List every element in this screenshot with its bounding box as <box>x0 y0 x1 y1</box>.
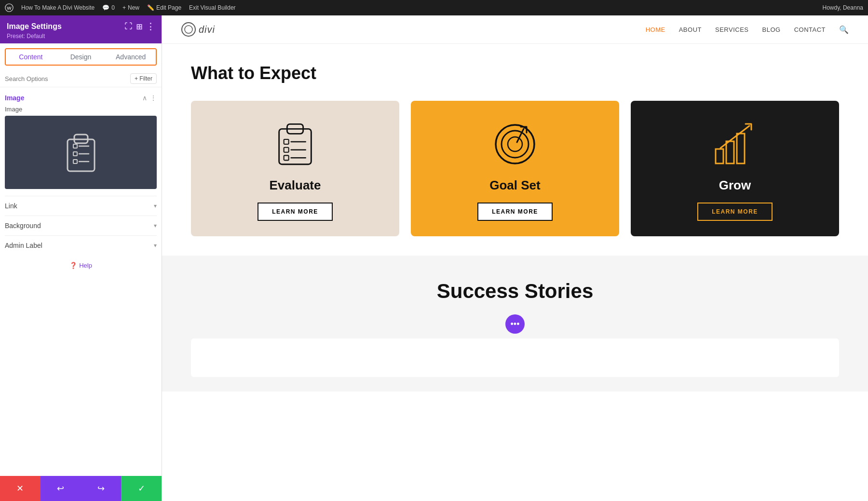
admin-greeting: Howdy, Deanna <box>823 4 864 11</box>
panel-tabs: Content Design Advanced <box>5 48 157 66</box>
svg-point-21 <box>508 137 522 151</box>
background-label: Background <box>5 222 41 230</box>
link-section[interactable]: Link ▾ <box>5 196 157 216</box>
fullscreen-icon[interactable]: ⛶ <box>124 22 132 31</box>
tab-design[interactable]: Design <box>56 49 106 65</box>
admin-bar: W How To Make A Divi Website 💬 0 + New ✏… <box>0 0 868 15</box>
panel-title-text: Image Settings <box>7 22 62 31</box>
tab-advanced[interactable]: Advanced <box>106 49 156 65</box>
image-preview[interactable] <box>5 116 157 189</box>
image-section-icons: ∧ ⋮ <box>142 94 157 102</box>
admin-exit-builder[interactable]: Exit Visual Builder <box>189 4 236 11</box>
image-section-header: Image ∧ ⋮ <box>5 94 157 102</box>
split-icon[interactable]: ⊞ <box>136 22 142 31</box>
svg-rect-23 <box>716 149 723 163</box>
content-area: divi HOME ABOUT SERVICES BLOG CONTACT 🔍 … <box>162 15 868 501</box>
image-field-label: Image <box>5 106 157 113</box>
panel-preset: Preset: Default <box>7 33 155 40</box>
logo-text: divi <box>199 24 215 35</box>
svg-rect-6 <box>73 152 77 156</box>
more-icon[interactable]: ⋮ <box>146 21 155 32</box>
search-input[interactable] <box>5 75 126 82</box>
panel-title-icons: ⛶ ⊞ ⋮ <box>124 21 155 32</box>
panel-footer: ✕ ↩ ↪ ✓ <box>0 476 162 501</box>
admin-label-text: Admin Label <box>5 242 42 249</box>
nav-contact[interactable]: CONTACT <box>794 26 826 33</box>
panel-header: Image Settings ⛶ ⊞ ⋮ Preset: Default <box>0 15 162 43</box>
floating-dots[interactable]: ••• <box>505 314 525 334</box>
admin-comments[interactable]: 💬 0 <box>102 4 115 11</box>
grow-card: Grow LEARN MORE <box>631 101 839 236</box>
svg-point-20 <box>502 131 529 158</box>
svg-rect-24 <box>726 141 734 163</box>
settings-panel: Image Settings ⛶ ⊞ ⋮ Preset: Default Con… <box>0 15 162 501</box>
svg-point-10 <box>185 26 192 33</box>
evaluate-card: Evaluate LEARN MORE <box>191 101 399 236</box>
image-section-title: Image <box>5 94 24 102</box>
grow-title: Grow <box>719 178 751 193</box>
goal-set-card: Goal Set LEARN MORE <box>411 101 619 236</box>
site-logo: divi <box>181 22 215 37</box>
help-label: Help <box>79 262 92 269</box>
admin-label-section[interactable]: Admin Label ▾ <box>5 235 157 255</box>
background-section[interactable]: Background ▾ <box>5 216 157 235</box>
wordpress-icon[interactable]: W <box>5 3 14 12</box>
what-to-expect-heading: What to Expect <box>191 63 839 83</box>
filter-button[interactable]: + Filter <box>130 73 157 84</box>
svg-rect-15 <box>284 148 289 152</box>
tab-content[interactable]: Content <box>6 49 56 65</box>
redo-button[interactable]: ↪ <box>81 476 122 501</box>
nav-links: HOME ABOUT SERVICES BLOG CONTACT 🔍 <box>646 25 849 34</box>
undo-button[interactable]: ↩ <box>41 476 81 501</box>
logo-circle <box>181 22 196 37</box>
search-icon[interactable]: 🔍 <box>839 25 849 34</box>
goal-set-title: Goal Set <box>489 178 540 193</box>
link-label: Link <box>5 202 17 210</box>
evaluate-title: Evaluate <box>270 178 321 193</box>
cancel-button[interactable]: ✕ <box>0 476 41 501</box>
nav-blog[interactable]: BLOG <box>762 26 781 33</box>
collapse-icon[interactable]: ∧ <box>142 94 147 102</box>
admin-edit-page[interactable]: ✏️ Edit Page <box>147 4 181 11</box>
site-nav: divi HOME ABOUT SERVICES BLOG CONTACT 🔍 <box>162 15 868 44</box>
cards-row: Evaluate LEARN MORE Goal Set LEARN MORE <box>191 101 839 236</box>
svg-text:W: W <box>7 5 12 11</box>
help-row[interactable]: ❓ Help <box>5 255 157 276</box>
main-content: What to Expect Evaluate LEA <box>162 44 868 256</box>
admin-site-name[interactable]: How To Make A Divi Website <box>21 4 95 11</box>
grow-btn[interactable]: LEARN MORE <box>697 203 773 221</box>
evaluate-btn[interactable]: LEARN MORE <box>258 203 333 221</box>
panel-body: Image ∧ ⋮ Image <box>0 87 162 476</box>
link-arrow: ▾ <box>154 203 157 209</box>
svg-rect-25 <box>737 134 745 163</box>
save-button[interactable]: ✓ <box>121 476 162 501</box>
svg-rect-8 <box>73 160 77 163</box>
help-icon: ❓ <box>69 262 77 269</box>
svg-rect-13 <box>284 139 289 144</box>
admin-new[interactable]: + New <box>122 4 139 11</box>
nav-services[interactable]: SERVICES <box>715 26 749 33</box>
success-heading: Success Stories <box>191 280 839 303</box>
panel-title: Image Settings ⛶ ⊞ ⋮ <box>7 21 155 32</box>
svg-rect-4 <box>73 144 77 148</box>
background-arrow: ▾ <box>154 222 157 229</box>
nav-home[interactable]: HOME <box>646 26 665 33</box>
goal-set-btn[interactable]: LEARN MORE <box>477 203 553 221</box>
search-row: + Filter <box>0 70 162 87</box>
admin-label-arrow: ▾ <box>154 242 157 249</box>
success-section: Success Stories ••• <box>162 256 868 392</box>
svg-rect-2 <box>68 139 95 171</box>
svg-rect-17 <box>284 155 289 160</box>
success-card-placeholder <box>191 339 839 377</box>
nav-about[interactable]: ABOUT <box>679 26 702 33</box>
options-icon[interactable]: ⋮ <box>150 94 157 102</box>
